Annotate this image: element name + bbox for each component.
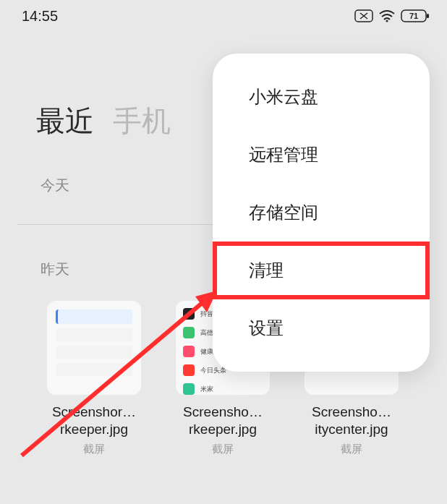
file-name: Screensho…rkeeper.jpg: [183, 403, 263, 438]
file-name: Screensho…itycenter.jpg: [312, 403, 391, 438]
file-name: Screenshor…rkeeper.jpg: [52, 403, 136, 438]
wifi-icon: [379, 9, 395, 22]
svg-text:71: 71: [409, 12, 418, 20]
svg-rect-5: [427, 14, 429, 18]
file-item[interactable]: Screenshor…rkeeper.jpg 截屏: [36, 301, 152, 456]
popup-item[interactable]: 存储空间: [213, 184, 430, 242]
file-sub: 截屏: [341, 443, 362, 456]
svg-point-3: [386, 20, 388, 22]
tab-recent[interactable]: 最近: [36, 101, 94, 141]
file-sub: 截屏: [212, 443, 234, 456]
battery-icon: 71: [401, 9, 430, 22]
do-not-disturb-icon: [354, 9, 373, 22]
popup-item[interactable]: 远程管理: [213, 126, 430, 184]
popup-item[interactable]: 小米云盘: [213, 68, 430, 126]
status-time: 14:55: [22, 8, 58, 25]
popup-menu: 小米云盘远程管理存储空间清理设置: [213, 54, 430, 372]
tab-phone[interactable]: 手机: [113, 101, 171, 141]
popup-item[interactable]: 清理: [213, 242, 430, 299]
status-icons: 71: [354, 9, 430, 22]
status-bar: 14:55 71: [0, 0, 447, 29]
file-sub: 截屏: [83, 443, 105, 456]
popup-item[interactable]: 设置: [213, 299, 430, 357]
file-thumbnail: [47, 301, 141, 395]
